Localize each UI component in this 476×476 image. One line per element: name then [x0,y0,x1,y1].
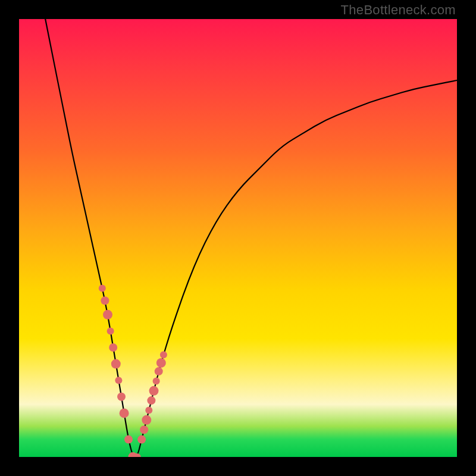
curve-marker [124,436,133,444]
chart-frame: TheBottleneck.com [0,0,476,476]
curve-marker [101,296,109,305]
curve-marker [149,386,159,396]
curve-marker [156,358,166,368]
curve-marker [140,425,148,434]
curve-marker [142,415,151,425]
bottleneck-curve [45,19,457,457]
curve-marker [121,409,128,416]
curve-marker [153,377,160,384]
curve-marker [111,359,121,369]
curve-layer [19,19,457,457]
curve-marker [117,393,126,401]
curve-marker [145,407,152,414]
marker-layer [99,285,167,457]
curve-marker [109,343,117,352]
curve-marker [160,351,167,358]
curve-marker [147,396,155,405]
curve-marker [99,285,106,292]
curve-marker [115,377,122,384]
curve-marker [155,367,163,375]
curve-marker [107,327,114,334]
curve-marker [137,436,146,444]
plot-area [19,19,457,457]
curve-marker [103,310,112,320]
watermark-text: TheBottleneck.com [341,2,456,18]
